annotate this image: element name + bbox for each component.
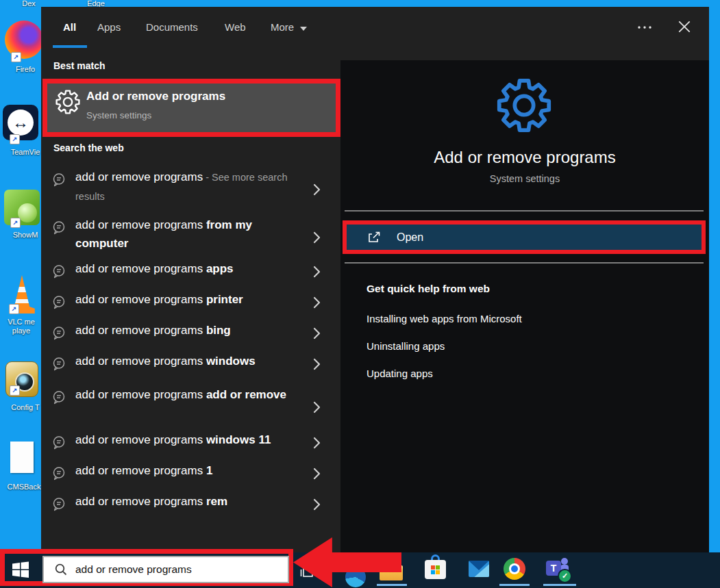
suggestion-text: add or remove programs rem: [75, 492, 290, 511]
chat-suggestion-icon: [52, 264, 67, 279]
tab-more[interactable]: More: [271, 21, 294, 33]
open-button[interactable]: Open: [397, 231, 423, 244]
annotation-box-best-match[interactable]: [42, 79, 340, 137]
chat-suggestion-icon: [52, 435, 67, 450]
desktop-icon-label: VLC me playe: [1, 318, 41, 335]
suggestion-text: add or remove programs windows: [75, 352, 290, 370]
best-match-result-title[interactable]: Add or remove programs: [86, 90, 225, 103]
suggestion-text: add or remove programs from my computer: [75, 216, 290, 253]
chrome-taskbar-icon[interactable]: [504, 558, 525, 580]
teams-status-check-icon: ✓: [558, 569, 572, 583]
teams-taskbar-icon[interactable]: T ✓: [546, 558, 573, 583]
teamviewer-desktop-icon[interactable]: ↔: [3, 105, 38, 140]
web-suggestion-row[interactable]: add or remove programs rem: [51, 492, 325, 517]
cmsbackup-desktop-icon[interactable]: [10, 442, 34, 473]
chevron-right-icon[interactable]: [313, 468, 321, 480]
shortcut-arrow-icon: ↗: [10, 218, 21, 228]
chat-suggestion-icon: [52, 295, 67, 310]
preview-subtitle: System settings: [340, 173, 709, 184]
shortcut-arrow-icon: ↗: [11, 52, 21, 62]
suggestion-text: add or remove programs bing: [75, 321, 290, 340]
chat-suggestion-icon: [52, 497, 67, 512]
chat-suggestion-icon: [52, 220, 67, 235]
quick-help-header: Get quick help from web: [367, 283, 490, 295]
web-suggestion-row[interactable]: add or remove programs printer: [51, 290, 325, 315]
chat-suggestion-icon: [52, 357, 67, 372]
best-match-result-subtitle: System settings: [86, 110, 151, 120]
shortcut-arrow-icon: ↗: [10, 385, 20, 396]
web-suggestion-row[interactable]: add or remove programs from my computer: [51, 216, 325, 259]
chevron-right-icon[interactable]: [313, 266, 321, 278]
divider: [345, 262, 704, 264]
chevron-right-icon[interactable]: [313, 437, 321, 449]
tab-web[interactable]: Web: [225, 21, 246, 33]
showmypc-orb-icon: [18, 203, 37, 222]
chevron-right-icon[interactable]: [313, 296, 321, 309]
search-the-web-header: Search the web: [53, 142, 124, 153]
web-suggestion-row[interactable]: add or remove programs bing: [51, 321, 325, 346]
shortcut-arrow-icon: ↗: [9, 304, 19, 314]
suggestion-text: add or remove programs windows 11: [75, 431, 290, 449]
taskbar-search-box[interactable]: [42, 556, 289, 583]
help-link[interactable]: Updating apps: [367, 368, 433, 379]
suggestion-text: add or remove programs apps: [75, 259, 290, 278]
ellipsis-menu-icon[interactable]: [637, 25, 652, 30]
showmypc-desktop-icon[interactable]: [4, 190, 40, 225]
suggestion-text: add or remove programs add or remove: [75, 385, 290, 404]
open-external-icon: [367, 231, 381, 244]
active-tab-underline: [53, 45, 87, 48]
chevron-right-icon[interactable]: [313, 327, 321, 340]
windows-desktop-screen: Dex Edge ↗ Firefo ↔ ↗ TeamVie ↗ ShowM ↗ …: [0, 0, 720, 588]
help-link[interactable]: Installing web apps from Microsoft: [367, 313, 522, 324]
annotation-box-open: Open: [343, 220, 706, 254]
chevron-right-icon[interactable]: [313, 401, 321, 413]
chevron-right-icon[interactable]: [313, 498, 321, 511]
help-link[interactable]: Uninstalling apps: [367, 340, 445, 352]
teams-avatar-icon: [561, 558, 568, 565]
suggestion-text: add or remove programs 1: [75, 461, 290, 480]
preview-title: Add or remove programs: [340, 148, 709, 167]
web-suggestion-row[interactable]: add or remove programs add or remove: [51, 385, 325, 429]
gear-icon-large: [495, 77, 553, 134]
tab-documents[interactable]: Documents: [146, 21, 198, 33]
running-app-underline: [499, 584, 530, 586]
chat-suggestion-icon: [52, 466, 67, 481]
tab-all[interactable]: All: [63, 21, 76, 33]
suggestion-text: add or remove programs - See more search…: [75, 168, 290, 206]
desktop-icon-label-edge: Edge: [79, 0, 112, 7]
web-suggestion-row[interactable]: add or remove programs windows 11: [51, 431, 325, 455]
chat-suggestion-icon: [52, 326, 67, 341]
web-suggestion-row[interactable]: add or remove programs 1: [51, 461, 325, 486]
best-match-header: Best match: [53, 60, 105, 71]
start-button-windows-icon[interactable]: [12, 561, 29, 578]
shortcut-arrow-icon: ↗: [10, 134, 20, 144]
microsoft-logo-icon: [431, 565, 440, 574]
web-suggestion-row[interactable]: add or remove programs apps: [51, 259, 325, 284]
desktop-icon-label-dex: Dex: [14, 0, 44, 7]
search-input[interactable]: [74, 563, 269, 576]
chevron-right-icon[interactable]: [313, 231, 321, 244]
teamviewer-arrows-icon: ↔: [8, 110, 34, 136]
web-suggestion-row[interactable]: add or remove programs - See more search…: [51, 168, 325, 212]
chevron-down-icon: [300, 27, 307, 31]
gear-icon: [55, 89, 81, 115]
running-app-underline: [543, 584, 576, 586]
microsoft-store-taskbar-icon[interactable]: [425, 554, 446, 579]
suggestion-text: add or remove programs printer: [75, 290, 290, 309]
web-suggestion-row[interactable]: add or remove programs windows: [51, 352, 325, 376]
chat-suggestion-icon: [52, 172, 67, 188]
close-icon[interactable]: [677, 19, 692, 34]
search-icon: [55, 563, 67, 576]
chevron-right-icon[interactable]: [313, 358, 321, 370]
running-app-underline: [377, 584, 407, 586]
divider: [345, 210, 704, 212]
chevron-right-icon[interactable]: [313, 183, 321, 196]
chat-suggestion-icon: [52, 390, 67, 405]
tab-apps[interactable]: Apps: [97, 21, 121, 33]
mail-taskbar-icon[interactable]: [469, 561, 489, 577]
